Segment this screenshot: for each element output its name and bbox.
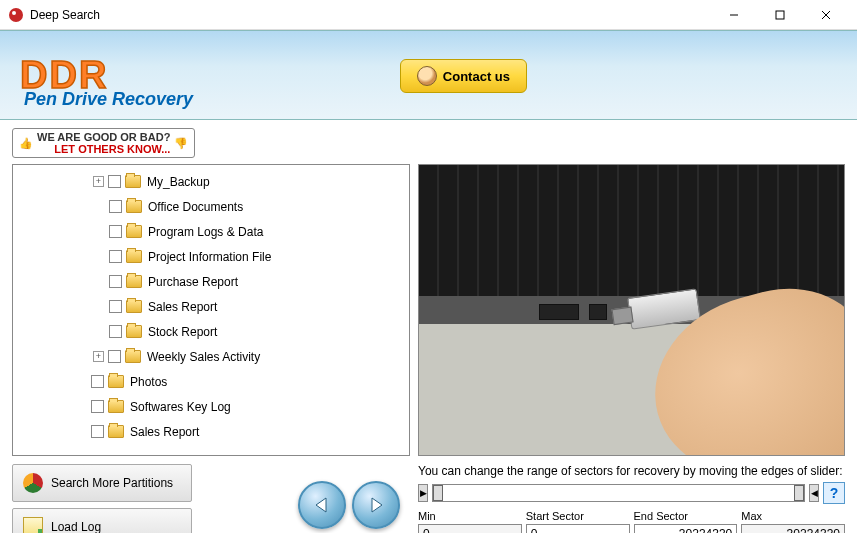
feedback-button[interactable]: 👍 WE ARE GOOD OR BAD? LET OTHERS KNOW...…	[12, 128, 195, 158]
sector-panel: You can change the range of sectors for …	[418, 464, 845, 533]
feedback-line1: WE ARE GOOD OR BAD?	[37, 131, 170, 143]
folder-icon	[108, 375, 124, 388]
app-icon	[8, 7, 24, 23]
end-sector-input[interactable]: 30234330	[634, 524, 738, 533]
tree-item-label: Stock Report	[148, 325, 217, 339]
folder-icon	[126, 325, 142, 338]
svg-point-1	[12, 11, 16, 15]
checkbox[interactable]	[108, 175, 121, 188]
contact-us-button[interactable]: Contact us	[400, 59, 527, 93]
right-column: You can change the range of sectors for …	[418, 164, 845, 533]
contact-us-label: Contact us	[443, 69, 510, 84]
folder-icon	[125, 350, 141, 363]
tree-item-label: Project Information File	[148, 250, 271, 264]
slider-handle-end[interactable]	[794, 485, 804, 501]
slider-right-cap[interactable]: ◀	[809, 484, 819, 502]
load-log-button[interactable]: Load Log	[12, 508, 192, 533]
folder-icon	[126, 275, 142, 288]
start-sector-input[interactable]: 0	[526, 524, 630, 533]
load-log-label: Load Log	[51, 520, 101, 533]
min-label: Min	[418, 510, 522, 522]
slider-row: ▶ ◀ ?	[418, 482, 845, 504]
thumb-up-icon: 👍	[19, 137, 33, 150]
tree-item[interactable]: +Weekly Sales Activity	[13, 344, 409, 369]
search-partitions-label: Search More Partitions	[51, 476, 173, 490]
svg-rect-3	[776, 11, 784, 19]
slider-handle-start[interactable]	[433, 485, 443, 501]
tree-item-label: Sales Report	[148, 300, 217, 314]
main-content: +My_BackupOffice DocumentsProgram Logs &…	[0, 164, 857, 533]
preview-image	[418, 164, 845, 456]
folder-icon	[125, 175, 141, 188]
end-sector-label: End Sector	[634, 510, 738, 522]
person-icon	[417, 66, 437, 86]
maximize-button[interactable]	[757, 0, 803, 30]
tree-item[interactable]: Purchase Report	[13, 269, 409, 294]
max-label: Max	[741, 510, 845, 522]
arrow-right-icon	[366, 495, 386, 515]
close-button[interactable]	[803, 0, 849, 30]
checkbox[interactable]	[108, 350, 121, 363]
checkbox[interactable]	[109, 250, 122, 263]
folder-tree[interactable]: +My_BackupOffice DocumentsProgram Logs &…	[12, 164, 410, 456]
tree-item[interactable]: Sales Report	[13, 419, 409, 444]
tree-item-label: Purchase Report	[148, 275, 238, 289]
tree-item[interactable]: Office Documents	[13, 194, 409, 219]
tree-item-label: Softwares Key Log	[130, 400, 231, 414]
checkbox[interactable]	[109, 275, 122, 288]
button-row: Search More Partitions Load Log	[12, 464, 410, 533]
document-icon	[23, 517, 43, 533]
folder-icon	[126, 250, 142, 263]
minimize-button[interactable]	[711, 0, 757, 30]
checkbox[interactable]	[91, 425, 104, 438]
folder-icon	[108, 400, 124, 413]
header-banner: DDR Pen Drive Recovery Contact us	[0, 30, 857, 120]
svg-marker-6	[316, 498, 326, 512]
checkbox[interactable]	[109, 200, 122, 213]
min-value: 0	[418, 524, 522, 533]
folder-icon	[108, 425, 124, 438]
sector-slider[interactable]	[432, 484, 805, 502]
checkbox[interactable]	[109, 225, 122, 238]
arrow-left-icon	[312, 495, 332, 515]
checkbox[interactable]	[109, 300, 122, 313]
tree-item[interactable]: Sales Report	[13, 294, 409, 319]
folder-icon	[126, 200, 142, 213]
search-more-partitions-button[interactable]: Search More Partitions	[12, 464, 192, 502]
help-button[interactable]: ?	[823, 482, 845, 504]
tree-item[interactable]: +My_Backup	[13, 169, 409, 194]
max-value: 30234330	[741, 524, 845, 533]
checkbox[interactable]	[109, 325, 122, 338]
left-column: +My_BackupOffice DocumentsProgram Logs &…	[12, 164, 410, 533]
svg-point-0	[9, 8, 23, 22]
folder-icon	[126, 300, 142, 313]
sector-inputs: Min 0 Start Sector 0 End Sector 30234330…	[418, 510, 845, 533]
folder-icon	[126, 225, 142, 238]
checkbox[interactable]	[91, 400, 104, 413]
prev-button[interactable]	[298, 481, 346, 529]
slider-left-cap[interactable]: ▶	[418, 484, 428, 502]
checkbox[interactable]	[91, 375, 104, 388]
nav-arrows	[298, 481, 400, 529]
tree-item-label: My_Backup	[147, 175, 210, 189]
window-title: Deep Search	[30, 8, 711, 22]
expand-icon[interactable]: +	[93, 176, 104, 187]
tree-item[interactable]: Softwares Key Log	[13, 394, 409, 419]
tree-item-label: Photos	[130, 375, 167, 389]
tree-item[interactable]: Program Logs & Data	[13, 219, 409, 244]
tree-item-label: Weekly Sales Activity	[147, 350, 260, 364]
start-sector-label: Start Sector	[526, 510, 630, 522]
tree-item-label: Office Documents	[148, 200, 243, 214]
thumb-down-icon: 👎	[174, 137, 188, 150]
feedback-bar: 👍 WE ARE GOOD OR BAD? LET OTHERS KNOW...…	[12, 128, 845, 158]
pie-chart-icon	[23, 473, 43, 493]
tree-item[interactable]: Photos	[13, 369, 409, 394]
expand-icon[interactable]: +	[93, 351, 104, 362]
tree-item[interactable]: Stock Report	[13, 319, 409, 344]
tree-item-label: Program Logs & Data	[148, 225, 263, 239]
tree-item[interactable]: Project Information File	[13, 244, 409, 269]
next-button[interactable]	[352, 481, 400, 529]
feedback-line2: LET OTHERS KNOW...	[37, 143, 170, 155]
sector-instruction: You can change the range of sectors for …	[418, 464, 845, 478]
tagline: Pen Drive Recovery	[24, 89, 193, 110]
